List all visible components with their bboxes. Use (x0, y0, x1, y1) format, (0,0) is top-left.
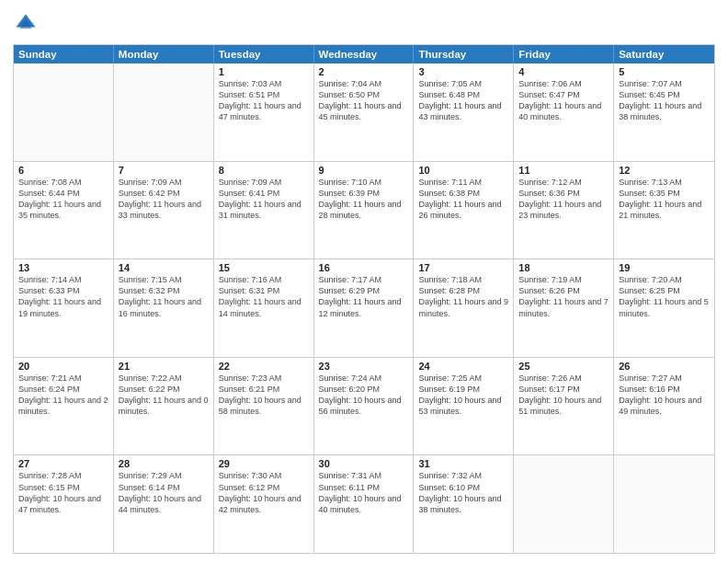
day-detail: Sunrise: 7:14 AM Sunset: 6:33 PM Dayligh… (18, 274, 108, 319)
calendar-cell: 7Sunrise: 7:09 AM Sunset: 6:42 PM Daylig… (114, 162, 214, 259)
calendar-body: 1Sunrise: 7:03 AM Sunset: 6:51 PM Daylig… (14, 63, 714, 553)
calendar-cell: 15Sunrise: 7:16 AM Sunset: 6:31 PM Dayli… (214, 259, 314, 357)
day-number: 16 (319, 262, 409, 273)
calendar-cell: 6Sunrise: 7:08 AM Sunset: 6:44 PM Daylig… (14, 162, 114, 259)
calendar-cell: 20Sunrise: 7:21 AM Sunset: 6:24 PM Dayli… (14, 358, 114, 455)
day-detail: Sunrise: 7:09 AM Sunset: 6:42 PM Dayligh… (119, 177, 209, 222)
calendar-cell: 22Sunrise: 7:23 AM Sunset: 6:21 PM Dayli… (214, 358, 314, 455)
day-number: 4 (518, 66, 609, 77)
day-detail: Sunrise: 7:11 AM Sunset: 6:38 PM Dayligh… (418, 177, 508, 222)
calendar-cell (14, 63, 114, 161)
calendar-header-cell: Saturday (614, 45, 714, 63)
day-number: 30 (319, 458, 409, 469)
calendar-cell: 31Sunrise: 7:32 AM Sunset: 6:10 PM Dayli… (414, 455, 514, 553)
calendar-cell: 1Sunrise: 7:03 AM Sunset: 6:51 PM Daylig… (214, 63, 314, 161)
day-detail: Sunrise: 7:05 AM Sunset: 6:48 PM Dayligh… (418, 78, 508, 123)
day-detail: Sunrise: 7:20 AM Sunset: 6:25 PM Dayligh… (619, 274, 710, 319)
calendar-row: 20Sunrise: 7:21 AM Sunset: 6:24 PM Dayli… (14, 357, 714, 455)
day-number: 10 (418, 165, 508, 176)
calendar-cell: 10Sunrise: 7:11 AM Sunset: 6:38 PM Dayli… (414, 162, 514, 259)
day-detail: Sunrise: 7:16 AM Sunset: 6:31 PM Dayligh… (219, 274, 309, 319)
calendar-header-cell: Monday (114, 45, 214, 63)
day-detail: Sunrise: 7:23 AM Sunset: 6:21 PM Dayligh… (219, 373, 309, 418)
day-detail: Sunrise: 7:13 AM Sunset: 6:35 PM Dayligh… (619, 177, 710, 222)
day-detail: Sunrise: 7:12 AM Sunset: 6:36 PM Dayligh… (518, 177, 609, 222)
day-detail: Sunrise: 7:26 AM Sunset: 6:17 PM Dayligh… (518, 373, 609, 418)
calendar-cell: 2Sunrise: 7:04 AM Sunset: 6:50 PM Daylig… (314, 63, 415, 161)
calendar-row: 6Sunrise: 7:08 AM Sunset: 6:44 PM Daylig… (14, 161, 714, 259)
calendar-cell: 25Sunrise: 7:26 AM Sunset: 6:17 PM Dayli… (514, 358, 614, 455)
calendar-cell (114, 63, 214, 161)
day-number: 19 (619, 262, 710, 273)
calendar-cell: 14Sunrise: 7:15 AM Sunset: 6:32 PM Dayli… (114, 259, 214, 357)
day-number: 8 (219, 165, 309, 176)
calendar-header-cell: Wednesday (314, 45, 415, 63)
day-detail: Sunrise: 7:29 AM Sunset: 6:14 PM Dayligh… (119, 470, 209, 515)
day-number: 11 (518, 165, 609, 176)
day-number: 22 (219, 361, 309, 372)
calendar-cell: 24Sunrise: 7:25 AM Sunset: 6:19 PM Dayli… (414, 358, 514, 455)
calendar-cell: 11Sunrise: 7:12 AM Sunset: 6:36 PM Dayli… (514, 162, 614, 259)
calendar-cell: 16Sunrise: 7:17 AM Sunset: 6:29 PM Dayli… (314, 259, 415, 357)
calendar-cell: 5Sunrise: 7:07 AM Sunset: 6:45 PM Daylig… (614, 63, 714, 161)
calendar-cell: 9Sunrise: 7:10 AM Sunset: 6:39 PM Daylig… (314, 162, 415, 259)
day-detail: Sunrise: 7:24 AM Sunset: 6:20 PM Dayligh… (319, 373, 409, 418)
calendar-cell: 4Sunrise: 7:06 AM Sunset: 6:47 PM Daylig… (514, 63, 614, 161)
day-detail: Sunrise: 7:15 AM Sunset: 6:32 PM Dayligh… (119, 274, 209, 319)
day-number: 13 (18, 262, 108, 273)
day-detail: Sunrise: 7:28 AM Sunset: 6:15 PM Dayligh… (18, 470, 108, 515)
day-detail: Sunrise: 7:04 AM Sunset: 6:50 PM Dayligh… (319, 78, 409, 123)
day-number: 17 (418, 262, 508, 273)
day-detail: Sunrise: 7:30 AM Sunset: 6:12 PM Dayligh… (219, 470, 309, 515)
calendar: SundayMondayTuesdayWednesdayThursdayFrid… (13, 44, 715, 554)
calendar-cell: 27Sunrise: 7:28 AM Sunset: 6:15 PM Dayli… (14, 455, 114, 553)
day-detail: Sunrise: 7:07 AM Sunset: 6:45 PM Dayligh… (619, 78, 710, 123)
day-number: 23 (319, 361, 409, 372)
calendar-cell: 13Sunrise: 7:14 AM Sunset: 6:33 PM Dayli… (14, 259, 114, 357)
calendar-row: 13Sunrise: 7:14 AM Sunset: 6:33 PM Dayli… (14, 259, 714, 357)
calendar-cell: 26Sunrise: 7:27 AM Sunset: 6:16 PM Dayli… (614, 358, 714, 455)
day-number: 21 (119, 361, 209, 372)
day-number: 27 (18, 458, 108, 469)
day-detail: Sunrise: 7:22 AM Sunset: 6:22 PM Dayligh… (119, 373, 209, 418)
calendar-cell: 19Sunrise: 7:20 AM Sunset: 6:25 PM Dayli… (614, 259, 714, 357)
calendar-cell: 30Sunrise: 7:31 AM Sunset: 6:11 PM Dayli… (314, 455, 415, 553)
day-detail: Sunrise: 7:25 AM Sunset: 6:19 PM Dayligh… (418, 373, 508, 418)
day-number: 5 (619, 66, 710, 77)
day-number: 20 (18, 361, 108, 372)
day-detail: Sunrise: 7:06 AM Sunset: 6:47 PM Dayligh… (518, 78, 609, 123)
calendar-header-cell: Tuesday (214, 45, 314, 63)
day-number: 6 (18, 165, 108, 176)
day-number: 14 (119, 262, 209, 273)
logo-icon (13, 11, 39, 37)
calendar-cell: 18Sunrise: 7:19 AM Sunset: 6:26 PM Dayli… (514, 259, 614, 357)
header (13, 11, 715, 37)
day-number: 9 (319, 165, 409, 176)
day-number: 18 (518, 262, 609, 273)
day-detail: Sunrise: 7:03 AM Sunset: 6:51 PM Dayligh… (219, 78, 309, 123)
day-number: 1 (219, 66, 309, 77)
calendar-cell: 12Sunrise: 7:13 AM Sunset: 6:35 PM Dayli… (614, 162, 714, 259)
calendar-cell: 8Sunrise: 7:09 AM Sunset: 6:41 PM Daylig… (214, 162, 314, 259)
calendar-cell: 23Sunrise: 7:24 AM Sunset: 6:20 PM Dayli… (314, 358, 415, 455)
day-number: 12 (619, 165, 710, 176)
day-detail: Sunrise: 7:19 AM Sunset: 6:26 PM Dayligh… (518, 274, 609, 319)
calendar-cell: 29Sunrise: 7:30 AM Sunset: 6:12 PM Dayli… (214, 455, 314, 553)
calendar-header-cell: Sunday (14, 45, 114, 63)
day-number: 24 (418, 361, 508, 372)
calendar-header-cell: Thursday (414, 45, 514, 63)
calendar-cell: 21Sunrise: 7:22 AM Sunset: 6:22 PM Dayli… (114, 358, 214, 455)
day-number: 2 (319, 66, 409, 77)
day-detail: Sunrise: 7:31 AM Sunset: 6:11 PM Dayligh… (319, 470, 409, 515)
calendar-header-cell: Friday (514, 45, 614, 63)
page: SundayMondayTuesdayWednesdayThursdayFrid… (0, 0, 728, 563)
calendar-cell: 17Sunrise: 7:18 AM Sunset: 6:28 PM Dayli… (414, 259, 514, 357)
calendar-cell: 28Sunrise: 7:29 AM Sunset: 6:14 PM Dayli… (114, 455, 214, 553)
day-detail: Sunrise: 7:21 AM Sunset: 6:24 PM Dayligh… (18, 373, 108, 418)
day-number: 3 (418, 66, 508, 77)
logo (13, 11, 40, 37)
day-number: 7 (119, 165, 209, 176)
calendar-header: SundayMondayTuesdayWednesdayThursdayFrid… (14, 45, 714, 63)
day-detail: Sunrise: 7:10 AM Sunset: 6:39 PM Dayligh… (319, 177, 409, 222)
day-detail: Sunrise: 7:18 AM Sunset: 6:28 PM Dayligh… (418, 274, 508, 319)
